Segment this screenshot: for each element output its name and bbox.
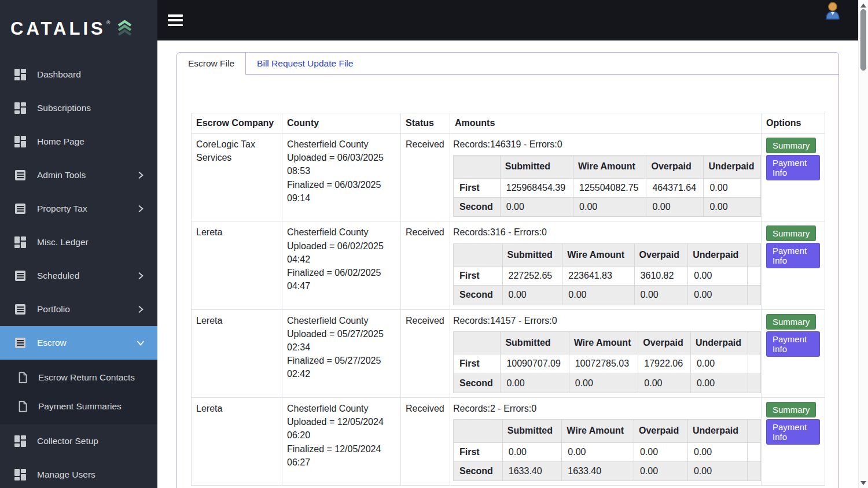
tab-label: Escrow File [188, 58, 234, 69]
sidebar-item-collector-setup[interactable]: Collector Setup [0, 424, 157, 458]
scrollbar-thumb[interactable] [860, 9, 866, 71]
uploaded-info: Uploaded = 05/27/2025 02:34 [287, 329, 384, 352]
county-name: Chesterfield County [287, 316, 369, 326]
summary-button[interactable]: Summary [766, 314, 816, 330]
finalized-info: Finalized = 06/03/2025 09:14 [287, 180, 381, 203]
amount-value: 0.00 [687, 462, 747, 481]
col-amounts: Amounts [450, 113, 762, 134]
sidebar-item-label: Admin Tools [37, 170, 126, 180]
table-row: LeretaChesterfield CountyUploaded = 12/0… [192, 398, 825, 486]
sidebar-item-escrow[interactable]: Escrow [0, 326, 157, 360]
sidebar-item-dashboard[interactable]: Dashboard [0, 58, 157, 91]
amount-value: 0.00 [688, 286, 748, 305]
sidebar-item-payment-summaries[interactable]: Payment Summaries [0, 392, 157, 421]
amount-value: 10072785.03 [569, 354, 638, 374]
options-cell: SummaryPayment Info [762, 309, 825, 397]
amount-value: 0.00 [573, 197, 646, 216]
ledger-icon [14, 202, 27, 215]
amounts-filler [748, 442, 761, 461]
hamburger-menu-icon[interactable] [168, 14, 183, 26]
tab-bill-request-update-file[interactable]: Bill Request Update File [246, 53, 364, 74]
county-name: Chesterfield County [287, 404, 369, 413]
amount-value: 0.00 [704, 178, 761, 197]
sidebar-item-manage-users[interactable]: Manage Users [0, 458, 157, 488]
row-label: Second [454, 462, 503, 481]
sidebar-item-property-tax[interactable]: Property Tax [0, 192, 157, 225]
grid-icon [14, 435, 27, 448]
user-avatar-icon[interactable] [823, 1, 843, 21]
amounts-col-header: Wire Amount [562, 420, 634, 442]
sidebar-item-home-page[interactable]: Home Page [0, 125, 157, 158]
tab-escrow-file[interactable]: Escrow File [177, 53, 246, 74]
grid-icon [14, 102, 27, 114]
sidebar-item-portfolio[interactable]: Portfolio [0, 293, 157, 326]
amounts-cell: Records:146319 - Errors:0SubmittedWire A… [450, 134, 762, 221]
row-label: Second [454, 197, 501, 216]
grid-icon [14, 68, 27, 81]
amount-value: 0.00 [690, 374, 748, 393]
sidebar-item-admin-tools[interactable]: Admin Tools [0, 158, 157, 192]
amount-value: 0.00 [502, 286, 562, 305]
county-cell: Chesterfield CountyUploaded = 05/27/2025… [282, 309, 401, 397]
amounts-first-row: First10090707.0910072785.0317922.060.00 [454, 354, 761, 374]
amounts-header-row: SubmittedWire AmountOverpaidUnderpaid [454, 420, 761, 442]
grid-icon [14, 236, 27, 249]
sidebar-item-misc-ledger[interactable]: Misc. Ledger [0, 225, 157, 259]
amounts-cell: Records:316 - Errors:0SubmittedWire Amou… [450, 221, 762, 309]
escrow-company-cell: Lereta [192, 221, 282, 309]
county-cell: Chesterfield CountyUploaded = 12/05/2024… [282, 398, 401, 486]
sidebar-item-subscriptions[interactable]: Subscriptions [0, 91, 157, 125]
sidebar-item-label: Scheduled [37, 271, 126, 281]
amounts-filler [748, 462, 761, 481]
sidebar: CATALIS® DashboardSubscriptionsHome Page… [0, 0, 157, 488]
sidebar-item-label: Home Page [37, 136, 145, 147]
finalized-info: Finalized = 06/02/2025 04:47 [287, 268, 381, 291]
amount-value: 0.00 [502, 442, 561, 461]
amounts-cell: Records:2 - Errors:0SubmittedWire Amount… [450, 398, 762, 486]
amount-value: 223641.83 [562, 266, 634, 285]
amounts-first-row: First125968454.39125504082.75464371.640.… [454, 178, 761, 197]
amount-value: 227252.65 [502, 266, 562, 285]
sidebar-item-label: Collector Setup [37, 436, 145, 446]
amounts-col-header: Submitted [502, 243, 562, 266]
summary-button[interactable]: Summary [766, 138, 816, 153]
amounts-second-row: Second1633.401633.400.000.00 [454, 462, 761, 481]
col-escrow-company: Escrow Company [192, 113, 282, 134]
summary-button[interactable]: Summary [766, 225, 816, 241]
vertical-scrollbar[interactable] [858, 0, 868, 488]
amounts-table: SubmittedWire AmountOverpaidUnderpaidFir… [453, 155, 761, 217]
amount-value: 0.00 [501, 374, 569, 393]
amounts-col-header [454, 243, 503, 266]
scroll-down-arrow-icon[interactable] [860, 481, 866, 485]
records-summary: Records:14157 - Errors:0 [453, 314, 758, 327]
amount-value: 0.00 [569, 374, 638, 393]
col-status: Status [401, 113, 450, 134]
sidebar-item-label: Portfolio [37, 304, 126, 315]
amounts-col-header [454, 420, 503, 442]
options-cell: SummaryPayment Info [762, 398, 825, 486]
row-label: First [454, 442, 503, 461]
col-county: County [282, 113, 401, 134]
payment-info-button[interactable]: Payment Info [766, 243, 820, 268]
county-cell: Chesterfield CountyUploaded = 06/03/2025… [282, 134, 401, 221]
amount-value: 0.00 [690, 354, 748, 374]
amounts-second-row: Second0.000.000.000.00 [454, 286, 761, 305]
amounts-col-header: Overpaid [634, 243, 688, 266]
sidebar-item-label: Property Tax [37, 204, 126, 214]
card-body: Escrow Company County Status Amounts Opt… [177, 75, 838, 488]
escrow-company-cell: CoreLogic Tax Services [192, 134, 282, 221]
payment-info-button[interactable]: Payment Info [766, 155, 820, 180]
payment-info-button[interactable]: Payment Info [766, 331, 820, 357]
amount-value: 0.00 [634, 462, 687, 481]
uploaded-info: Uploaded = 06/03/2025 08:53 [287, 153, 384, 176]
row-label: First [454, 354, 501, 374]
sidebar-item-label: Manage Users [37, 469, 145, 480]
payment-info-button[interactable]: Payment Info [766, 419, 820, 445]
uploaded-info: Uploaded = 12/05/2024 06:20 [287, 417, 384, 440]
sidebar-item-scheduled[interactable]: Scheduled [0, 259, 157, 293]
scroll-up-arrow-icon[interactable] [860, 3, 866, 8]
amount-value: 0.00 [704, 197, 761, 216]
summary-button[interactable]: Summary [766, 402, 816, 417]
sidebar-item-escrow-return-contacts[interactable]: Escrow Return Contacts [0, 363, 157, 392]
amounts-col-header: Underpaid [690, 331, 748, 354]
